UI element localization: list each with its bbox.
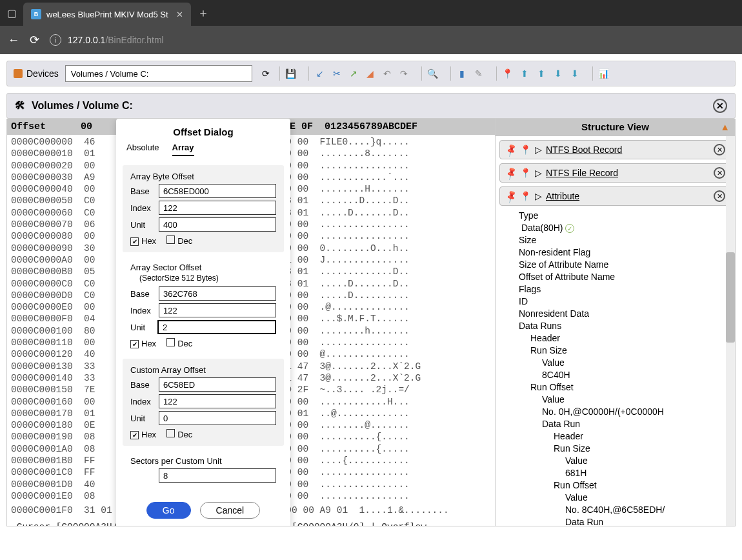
new-tab-icon[interactable]: ＋	[197, 5, 209, 21]
custom-hex-checkbox[interactable]: ✔Hex	[130, 430, 156, 439]
tab-array[interactable]: Array	[172, 143, 194, 156]
paste-icon[interactable]: ↗	[346, 66, 361, 81]
tree-value[interactable]: Value	[519, 492, 731, 504]
tree-nonres-flag[interactable]: Non-resident Flag	[519, 246, 731, 259]
refresh-icon[interactable]: ⟳	[259, 66, 273, 81]
panel-close-icon[interactable]: ✕	[713, 99, 727, 113]
search-icon[interactable]: 🔍	[426, 66, 440, 81]
play-icon: ▷	[535, 168, 542, 178]
nav-prev-icon[interactable]: ⬆	[534, 66, 548, 81]
structure-tree: Type Data(80H)✓ Size Non-resident Flag S…	[499, 210, 731, 526]
tab-title: weLees BluePrint MKIV Mod5 St	[46, 10, 168, 19]
tree-run-offset[interactable]: Run Offset	[519, 479, 731, 492]
sector-dec-checkbox[interactable]: Dec	[166, 338, 192, 348]
sector-index-input[interactable]	[159, 303, 276, 317]
struct-item-boot[interactable]: 📌 📍 ▷ NTFS Boot Record ✕	[499, 140, 731, 159]
pin-icon[interactable]: 📍	[501, 66, 515, 81]
tree-value[interactable]: Value	[519, 455, 731, 467]
undo-icon[interactable]: ↶	[380, 66, 394, 81]
tree-offset-attr-name[interactable]: Offset of Attribute Name	[519, 271, 731, 283]
struct-collapse-icon[interactable]: ▲	[720, 121, 730, 132]
close-icon[interactable]: ✕	[714, 167, 725, 179]
nav-down-icon[interactable]: ⬇	[568, 66, 582, 81]
pin-icon: 📌	[503, 143, 518, 157]
wrench-icon: 🛠	[15, 100, 25, 112]
tree-size[interactable]: Size	[519, 234, 731, 246]
dialog-title: Offset Dialog	[116, 119, 290, 143]
structure-body[interactable]: 📌 📍 ▷ NTFS Boot Record ✕ 📌 📍 ▷ NTFS File…	[496, 136, 735, 526]
url-field[interactable]: i 127.0.0.1/BinEditor.html	[50, 34, 164, 46]
save-icon[interactable]: 💾	[284, 66, 298, 81]
tree-data-runs[interactable]: Data Runs	[519, 320, 731, 332]
tab-absolute[interactable]: Absolute	[126, 143, 159, 156]
pin-icon: 📌	[503, 189, 518, 203]
nav-up-icon[interactable]: ⬆	[517, 66, 532, 81]
browser-tab-strip: ▢ B weLees BluePrint MKIV Mod5 St ✕ ＋	[0, 0, 742, 26]
clear-icon[interactable]: ◢	[363, 66, 377, 81]
nav-next-icon[interactable]: ⬇	[551, 66, 565, 81]
url-bar: ← ⟳ i 127.0.0.1/BinEditor.html	[0, 26, 742, 54]
byte-index-input[interactable]	[159, 201, 276, 215]
byte-dec-checkbox[interactable]: Dec	[166, 235, 192, 246]
settings-icon[interactable]: 📊	[597, 66, 611, 81]
tree-run-size[interactable]: Run Size	[519, 443, 731, 455]
tree-value[interactable]: Value	[519, 357, 731, 369]
byte-unit-input[interactable]	[159, 217, 276, 232]
tree-data-run[interactable]: Data Run	[519, 418, 731, 430]
hex-panel: Offset 00 0C 0D 0E 0F 0123456789ABCDEF 0…	[7, 119, 495, 526]
close-icon[interactable]: ✕	[714, 144, 725, 155]
tab-close-icon[interactable]: ✕	[168, 10, 183, 19]
tree-nonres-data[interactable]: Nonresident Data	[519, 308, 731, 320]
tree-type-value: Data(80H)✓	[519, 222, 731, 234]
struct-item-file[interactable]: 📌 📍 ▷ NTFS File Record ✕	[499, 163, 731, 183]
byte-base-input[interactable]	[159, 184, 276, 198]
panel-header: 🛠 Volumes / Volume C: ✕	[6, 93, 736, 119]
tree-value[interactable]: Value	[519, 394, 731, 406]
tool1-icon[interactable]: ▮	[455, 66, 469, 81]
sector-base-input[interactable]	[159, 286, 276, 301]
tree-run-size-val: 8C40H	[519, 369, 731, 381]
tree-data-run[interactable]: Data Run	[519, 516, 731, 526]
tree-flags[interactable]: Flags	[519, 283, 731, 295]
breadcrumb-input[interactable]: Volumes / Volume C:	[65, 65, 252, 82]
byte-offset-title: Array Byte Offset	[130, 172, 276, 181]
cancel-button[interactable]: Cancel	[200, 502, 261, 519]
close-icon[interactable]: ✕	[714, 190, 725, 202]
app-menu-icon[interactable]: ▢	[0, 7, 23, 19]
tree-id[interactable]: ID	[519, 295, 731, 308]
struct-scrollbar[interactable]	[726, 136, 735, 526]
devices-icon	[14, 69, 23, 78]
tree-run-offset[interactable]: Run Offset	[519, 381, 731, 394]
custom-offset-title: Custom Array Offset	[130, 365, 276, 375]
sector-offset-block: Array Sector Offset (SectorSize 512 Byte…	[123, 256, 284, 355]
struct-item-attribute[interactable]: 📌 📍 ▷ Attribute ✕	[499, 186, 731, 206]
tool2-icon[interactable]: ✎	[472, 66, 486, 81]
url-host: 127.0.0.1	[68, 35, 105, 45]
browser-tab[interactable]: B weLees BluePrint MKIV Mod5 St ✕	[23, 3, 191, 26]
tree-size-attr-name[interactable]: Size of Attribute Name	[519, 259, 731, 271]
sectors-per-title: Sectors per Custom Unit	[130, 456, 276, 466]
redo-icon[interactable]: ↷	[397, 66, 411, 81]
tree-run-size[interactable]: Run Size	[519, 345, 731, 357]
tree-header[interactable]: Header	[519, 430, 731, 443]
sector-hex-checkbox[interactable]: ✔Hex	[130, 339, 156, 348]
custom-index-input[interactable]	[159, 394, 276, 408]
tree-header[interactable]: Header	[519, 332, 731, 345]
custom-base-input[interactable]	[159, 377, 276, 392]
ok-badge-icon: ✓	[565, 224, 574, 233]
tree-type[interactable]: Type	[519, 210, 731, 222]
site-info-icon[interactable]: i	[50, 34, 61, 46]
custom-dec-checkbox[interactable]: Dec	[166, 429, 192, 439]
offset-dialog: Offset Dialog Absolute Array Array Byte …	[116, 119, 290, 526]
back-icon[interactable]: ←	[8, 34, 19, 47]
cut-icon[interactable]: ↙	[313, 66, 327, 81]
go-button[interactable]: Go	[146, 502, 191, 519]
tree-run-offset-val: No. 0H,@C0000H/(+0C0000H	[519, 406, 731, 418]
scissors-icon[interactable]: ✂	[330, 66, 344, 81]
reload-icon[interactable]: ⟳	[30, 33, 39, 47]
sectors-per-block: Sectors per Custom Unit	[123, 450, 284, 492]
custom-unit-input[interactable]	[159, 411, 276, 425]
sectors-per-input[interactable]	[159, 468, 276, 483]
byte-hex-checkbox[interactable]: ✔Hex	[130, 236, 156, 246]
sector-unit-input[interactable]	[157, 320, 276, 334]
